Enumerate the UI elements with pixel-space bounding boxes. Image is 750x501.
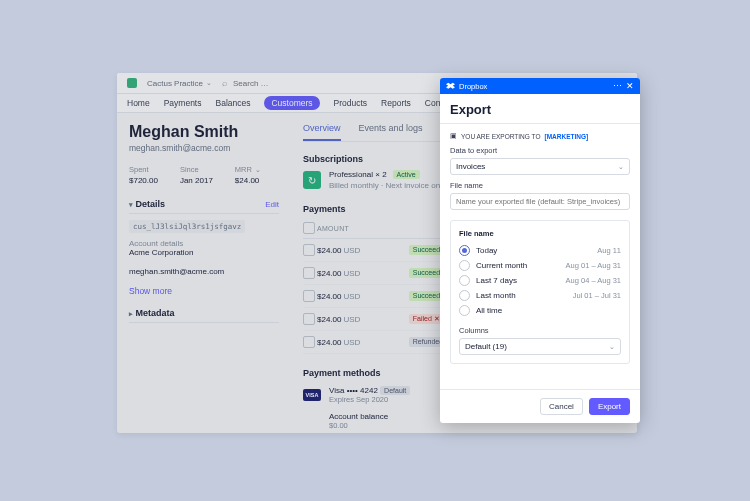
- columns-select[interactable]: Default (19)⌄: [459, 338, 621, 355]
- refresh-icon: ↻: [303, 171, 321, 189]
- checkbox-all[interactable]: [303, 222, 315, 234]
- modal-app-name: Dropbox: [459, 82, 487, 91]
- close-icon[interactable]: ✕: [626, 81, 634, 91]
- select-chevron-icon: ⌄: [609, 343, 615, 351]
- date-range-option[interactable]: Last monthJul 01 – Jul 31: [459, 288, 621, 303]
- customer-email: meghan.smith@acme.com: [129, 143, 279, 153]
- exporting-banner: ▣ YOU ARE EXPORTING TO [MARKETING]: [450, 132, 630, 140]
- chevron-down-icon: ⌄: [255, 166, 261, 174]
- stat-label: Since: [180, 165, 213, 174]
- data-export-label: Data to export: [450, 146, 630, 155]
- nav-reports[interactable]: Reports: [381, 98, 411, 108]
- folder-icon: ▣: [450, 132, 457, 140]
- card-expires: Expires Sep 2020: [329, 395, 410, 404]
- data-export-select[interactable]: Invoices⌄: [450, 158, 630, 175]
- subscription-plan: Professional × 2: [329, 170, 387, 179]
- columns-label: Columns: [459, 326, 621, 335]
- caret-down-icon: ▾: [129, 201, 133, 208]
- modal-title: Export: [440, 94, 640, 123]
- cancel-button[interactable]: Cancel: [540, 398, 583, 415]
- radio-icon: [459, 290, 470, 301]
- card-number: Visa •••• 4242: [329, 386, 378, 395]
- nav-balances[interactable]: Balances: [215, 98, 250, 108]
- export-button[interactable]: Export: [589, 398, 630, 415]
- chevron-down-icon: ⌄: [206, 79, 212, 87]
- status-badge: Failed ✕: [409, 314, 444, 324]
- row-checkbox[interactable]: [303, 313, 315, 325]
- payment-amount: $24.00: [317, 292, 341, 301]
- row-checkbox[interactable]: [303, 336, 315, 348]
- tab-events[interactable]: Events and logs: [359, 123, 423, 141]
- account-details-label: Account details: [129, 239, 279, 248]
- details-email: meghan.smith@acme.com: [129, 267, 279, 276]
- date-range-option[interactable]: Last 7 daysAug 04 – Aug 31: [459, 273, 621, 288]
- date-range-option[interactable]: TodayAug 11: [459, 243, 621, 258]
- row-checkbox[interactable]: [303, 244, 315, 256]
- nav-payments[interactable]: Payments: [164, 98, 202, 108]
- search-input[interactable]: [231, 78, 355, 89]
- stat-label: MRR⌄: [235, 165, 261, 174]
- radio-icon: [459, 275, 470, 286]
- dropbox-icon: [446, 82, 455, 91]
- radio-icon: [459, 305, 470, 316]
- payment-amount: $24.00: [317, 315, 341, 324]
- nav-home[interactable]: Home: [127, 98, 150, 108]
- date-range-option[interactable]: All time: [459, 303, 621, 318]
- file-name-label: File name: [450, 181, 630, 190]
- export-target: [MARKETING]: [544, 133, 588, 140]
- modal-header: Dropbox ⋯ ✕: [440, 78, 640, 94]
- row-checkbox[interactable]: [303, 267, 315, 279]
- range-heading: File name: [459, 229, 621, 238]
- row-checkbox[interactable]: [303, 290, 315, 302]
- default-badge: Default: [380, 386, 410, 395]
- status-badge: Active: [393, 170, 420, 179]
- account-details-value: Acme Corporation: [129, 248, 279, 257]
- select-chevron-icon: ⌄: [618, 163, 624, 171]
- billing-cycle: Billed monthly: [329, 181, 379, 190]
- radio-icon: [459, 260, 470, 271]
- balance-value: $0.00: [329, 421, 388, 430]
- nav-products[interactable]: Products: [334, 98, 368, 108]
- payment-amount: $24.00: [317, 269, 341, 278]
- file-name-input[interactable]: [450, 193, 630, 210]
- edit-link[interactable]: Edit: [265, 200, 279, 209]
- stat-mrr: $24.00: [235, 176, 261, 185]
- show-more-link[interactable]: Show more: [129, 286, 279, 296]
- tab-overview[interactable]: Overview: [303, 123, 341, 141]
- metadata-heading: Metadata: [136, 308, 175, 318]
- customer-sidebar: Meghan Smith meghan.smith@acme.com Spent…: [117, 113, 291, 433]
- customer-name: Meghan Smith: [129, 123, 279, 141]
- caret-right-icon: ▸: [129, 310, 133, 317]
- brand-logo: [127, 78, 137, 88]
- payment-amount: $24.00: [317, 246, 341, 255]
- payment-amount: $24.00: [317, 338, 341, 347]
- search-icon: ⌕: [222, 78, 227, 88]
- col-amount: Amount: [317, 218, 409, 239]
- export-modal: Dropbox ⋯ ✕ Export ▣ YOU ARE EXPORTING T…: [440, 78, 640, 423]
- details-heading: Details: [136, 199, 166, 209]
- customer-id-token[interactable]: cus_lJ3lsiJql3rs1jsfgavz: [129, 220, 245, 233]
- account-switcher[interactable]: Cactus Practice⌄: [147, 79, 212, 88]
- visa-icon: VISA: [303, 389, 321, 401]
- stat-since: Jan 2017: [180, 176, 213, 185]
- stat-spent: $720.00: [129, 176, 158, 185]
- date-range-option[interactable]: Current monthAug 01 – Aug 31: [459, 258, 621, 273]
- nav-customers[interactable]: Customers: [264, 96, 319, 110]
- more-icon[interactable]: ⋯: [613, 81, 622, 91]
- stat-label: Spent: [129, 165, 158, 174]
- radio-icon: [459, 245, 470, 256]
- balance-label: Account balance: [329, 412, 388, 421]
